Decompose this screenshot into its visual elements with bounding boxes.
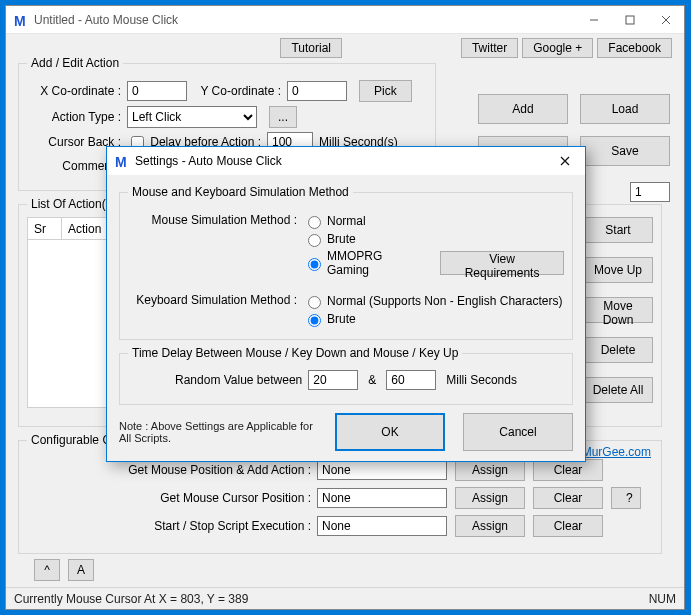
cancel-button[interactable]: Cancel (463, 413, 573, 451)
random-value-label: Random Value between (175, 373, 308, 387)
kbd-brute-label: Brute (327, 312, 356, 326)
random-max-input[interactable] (386, 370, 436, 390)
kbd-normal-radio[interactable] (308, 296, 321, 309)
mouse-brute-radio[interactable] (308, 234, 321, 247)
mouse-mmo-radio[interactable] (308, 258, 321, 271)
kbd-brute-radio[interactable] (308, 314, 321, 327)
modal-overlay: M Settings - Auto Mouse Click Mouse and … (6, 6, 684, 609)
settings-title-bar[interactable]: M Settings - Auto Mouse Click (107, 147, 585, 175)
main-window: M Untitled - Auto Mouse Click Tutorial T… (5, 5, 685, 610)
mouse-mmo-label: MMOPRG Gaming (327, 249, 418, 277)
mouse-method-label: Mouse Simulation Method : (128, 211, 303, 227)
settings-close-button[interactable] (545, 148, 585, 174)
kbd-method-label: Keyboard Simulation Method : (128, 291, 303, 307)
settings-title: Settings - Auto Mouse Click (135, 154, 545, 168)
kbd-normal-label: Normal (Supports Non - English Character… (327, 294, 562, 308)
random-min-input[interactable] (308, 370, 358, 390)
ok-button[interactable]: OK (335, 413, 445, 451)
settings-app-icon: M (115, 154, 129, 168)
settings-note: Note : Above Settings are Applicable for… (119, 420, 317, 444)
time-delay-legend: Time Delay Between Mouse / Key Down and … (128, 346, 462, 360)
milliseconds-label: Milli Seconds (446, 373, 517, 387)
mouse-normal-radio[interactable] (308, 216, 321, 229)
mouse-brute-label: Brute (327, 232, 356, 246)
ampersand-label: & (368, 373, 376, 387)
view-requirements-button[interactable]: View Requirements (440, 251, 564, 275)
simulation-method-legend: Mouse and Keyboard Simulation Method (128, 185, 353, 199)
settings-dialog: M Settings - Auto Mouse Click Mouse and … (106, 146, 586, 462)
time-delay-group: Time Delay Between Mouse / Key Down and … (119, 346, 573, 405)
simulation-method-group: Mouse and Keyboard Simulation Method Mou… (119, 185, 573, 340)
mouse-normal-label: Normal (327, 214, 366, 228)
